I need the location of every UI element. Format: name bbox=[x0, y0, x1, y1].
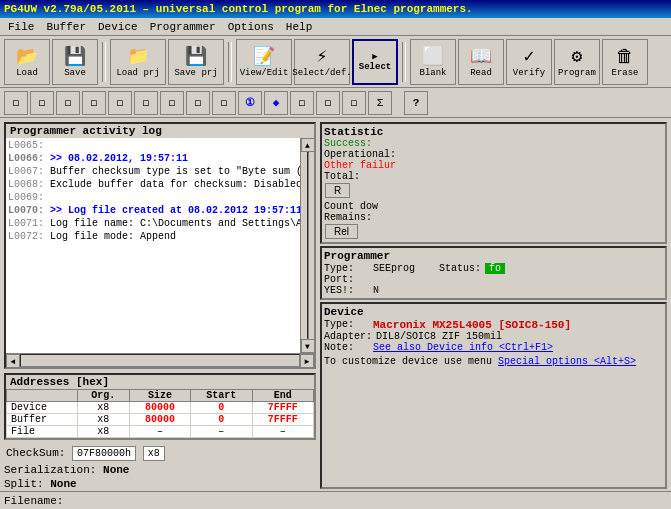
log-hscroll[interactable]: ◄ ► bbox=[6, 353, 314, 367]
erase-button[interactable]: 🗑 Erase bbox=[602, 39, 648, 85]
device-info-link[interactable]: See also Device info <Ctrl+F1> bbox=[373, 342, 553, 353]
tb2-btn-13[interactable]: ◻ bbox=[316, 91, 340, 115]
tb2-btn-6[interactable]: ◻ bbox=[134, 91, 158, 115]
log-line-2: L0066: >> 08.02.2012, 19:57:11 bbox=[8, 152, 298, 165]
split-label: Split: bbox=[4, 478, 44, 490]
programmer-title: Programmer bbox=[324, 250, 663, 262]
tb2-btn-help[interactable]: ? bbox=[404, 91, 428, 115]
buffer-name-cell: Buffer bbox=[7, 414, 78, 426]
program-button[interactable]: ⚙ Program bbox=[554, 39, 600, 85]
stats-failure-row: Other failur bbox=[324, 160, 663, 171]
blank-icon: ⬜ bbox=[422, 45, 444, 67]
activity-log-title: Programmer activity log bbox=[6, 124, 314, 138]
device-adapter-row: Adapter: DIL8/SOIC8 ZIF 150mil bbox=[324, 331, 663, 342]
device-org-cell: x8 bbox=[77, 402, 129, 414]
stats-operational-label: Operational: bbox=[324, 149, 396, 160]
tb2-btn-3[interactable]: ◻ bbox=[56, 91, 80, 115]
checksum-value: 07F80000h bbox=[72, 446, 136, 461]
tb2-btn-11[interactable]: ◆ bbox=[264, 91, 288, 115]
col-header-org: Org. bbox=[77, 390, 129, 402]
device-end-cell: 7FFFF bbox=[252, 402, 313, 414]
programmer-section: Programmer Type: SEEprog Status: fo Port… bbox=[320, 246, 667, 300]
tb2-btn-1[interactable]: ◻ bbox=[4, 91, 28, 115]
read-icon: 📖 bbox=[470, 45, 492, 67]
file-end-cell: – bbox=[252, 426, 313, 438]
device-customize-row: To customize device use menu Special opt… bbox=[324, 356, 663, 367]
prog-type-label: Type: bbox=[324, 263, 369, 274]
erase-icon: 🗑 bbox=[616, 46, 634, 67]
device-adapter-value: DIL8/SOIC8 ZIF 150mil bbox=[376, 331, 502, 342]
prog-status-value: fo bbox=[485, 263, 505, 274]
verify-button[interactable]: ✓ Verify bbox=[506, 39, 552, 85]
tb2-btn-12[interactable]: ◻ bbox=[290, 91, 314, 115]
device-title: Device bbox=[324, 306, 663, 318]
read-button[interactable]: 📖 Read bbox=[458, 39, 504, 85]
reset-button[interactable]: R bbox=[325, 183, 350, 198]
log-line-3: L0067: Buffer checksum type is set to "B… bbox=[8, 165, 298, 178]
prog-yes-row: YES!: N bbox=[324, 285, 663, 296]
menu-file[interactable]: File bbox=[2, 20, 40, 34]
scroll-track[interactable] bbox=[307, 152, 309, 339]
log-line-1: L0065: bbox=[8, 139, 298, 152]
title-text: PG4UW v2.79a/05.2011 – universal control… bbox=[4, 3, 473, 15]
save-button[interactable]: 💾 Save bbox=[52, 39, 98, 85]
stats-failure-label: Other failur bbox=[324, 160, 396, 171]
buffer-size-cell: 80000 bbox=[129, 414, 190, 426]
tb2-btn-10[interactable]: ① bbox=[238, 91, 262, 115]
col-header-name bbox=[7, 390, 78, 402]
stats-total-label: Total: bbox=[324, 171, 360, 182]
stats-total-row: Total: bbox=[324, 171, 663, 182]
file-size-cell: – bbox=[129, 426, 190, 438]
scroll-left-btn[interactable]: ◄ bbox=[6, 354, 20, 368]
file-org-cell: x8 bbox=[77, 426, 129, 438]
log-line-8: L0072: Log file mode: Append bbox=[8, 230, 298, 243]
tb2-btn-4[interactable]: ◻ bbox=[82, 91, 106, 115]
menu-bar: File Buffer Device Programmer Options He… bbox=[0, 18, 671, 36]
tb2-btn-9[interactable]: ◻ bbox=[212, 91, 236, 115]
log-scrollbar[interactable]: ▲ ▼ bbox=[300, 138, 314, 353]
stats-success-row: Success: bbox=[324, 138, 663, 149]
filename-input[interactable] bbox=[63, 495, 667, 507]
tb2-btn-8[interactable]: ◻ bbox=[186, 91, 210, 115]
hscroll-track[interactable] bbox=[20, 354, 300, 367]
log-line-4: L0068: Exclude buffer data for checksum:… bbox=[8, 178, 298, 191]
device-section: Device Type: Macronix MX25L4005 [SOIC8-1… bbox=[320, 302, 667, 489]
device-start-cell: 0 bbox=[191, 402, 252, 414]
scroll-up-btn[interactable]: ▲ bbox=[301, 138, 315, 152]
device-type-value: Macronix MX25L4005 [SOIC8-150] bbox=[373, 319, 571, 331]
scroll-right-btn[interactable]: ► bbox=[300, 354, 314, 368]
log-content[interactable]: L0065: L0066: >> 08.02.2012, 19:57:11 L0… bbox=[6, 138, 300, 353]
checksum-label: CheckSum: bbox=[6, 447, 65, 459]
col-header-size: Size bbox=[129, 390, 190, 402]
blank-button[interactable]: ⬜ Blank bbox=[410, 39, 456, 85]
tb2-btn-7[interactable]: ◻ bbox=[160, 91, 184, 115]
load-prj-button[interactable]: 📁 Load prj bbox=[110, 39, 166, 85]
toolbar2: ◻ ◻ ◻ ◻ ◻ ◻ ◻ ◻ ◻ ① ◆ ◻ ◻ ◻ Σ ? bbox=[0, 88, 671, 118]
save-prj-button[interactable]: 💾 Save prj bbox=[168, 39, 224, 85]
device-type-label: Type: bbox=[324, 319, 369, 331]
prog-type-row: Type: SEEprog Status: fo bbox=[324, 263, 663, 274]
tb2-btn-15[interactable]: Σ bbox=[368, 91, 392, 115]
special-options-link[interactable]: Special options <Alt+S> bbox=[498, 356, 636, 367]
serialization-area: Serialization: None bbox=[4, 464, 316, 476]
select-button[interactable]: ▶ Select bbox=[352, 39, 398, 85]
menu-options[interactable]: Options bbox=[222, 20, 280, 34]
device-note-label: Note: bbox=[324, 342, 369, 353]
load-icon: 📂 bbox=[16, 45, 38, 67]
menu-help[interactable]: Help bbox=[280, 20, 318, 34]
tb2-btn-5[interactable]: ◻ bbox=[108, 91, 132, 115]
select-def-button[interactable]: ⚡ Select/def. bbox=[294, 39, 350, 85]
reload-button[interactable]: Rel bbox=[325, 224, 358, 239]
scroll-down-btn[interactable]: ▼ bbox=[301, 339, 315, 353]
menu-buffer[interactable]: Buffer bbox=[40, 20, 92, 34]
tb2-btn-2[interactable]: ◻ bbox=[30, 91, 54, 115]
checksum-area: CheckSum: 07F80000h x8 bbox=[4, 444, 316, 463]
tb2-btn-14[interactable]: ◻ bbox=[342, 91, 366, 115]
menu-programmer[interactable]: Programmer bbox=[144, 20, 222, 34]
countdown-label: Count dow bbox=[324, 201, 378, 212]
menu-device[interactable]: Device bbox=[92, 20, 144, 34]
remains-label: Remains: bbox=[324, 212, 372, 223]
load-button[interactable]: 📂 Load bbox=[4, 39, 50, 85]
view-edit-button[interactable]: 📝 View/Edit bbox=[236, 39, 292, 85]
toolbar1: 📂 Load 💾 Save 📁 Load prj 💾 Save prj 📝 Vi… bbox=[0, 36, 671, 88]
